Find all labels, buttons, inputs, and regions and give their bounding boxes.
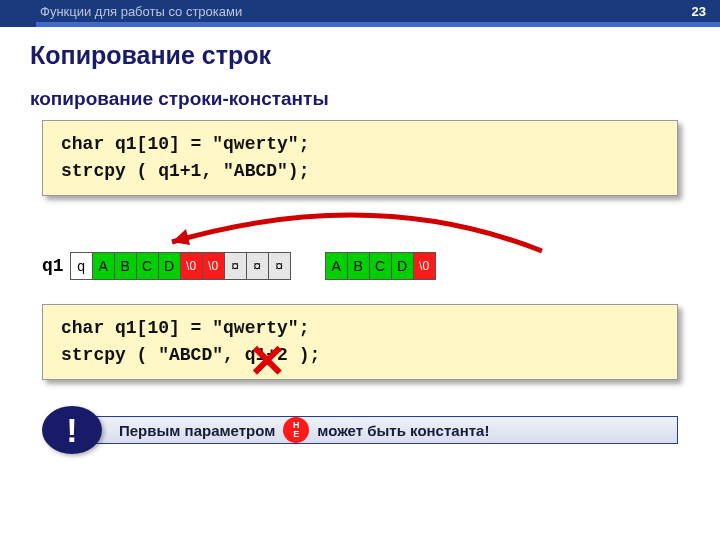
array-q1: qABCD\0\0¤¤¤ <box>70 252 291 280</box>
array-cell: q <box>70 253 92 279</box>
slide-title: Копирование строк <box>30 41 690 70</box>
alert-text-after: может быть константа! <box>317 422 489 439</box>
array-cell: \0 <box>202 253 224 279</box>
array-cell: ¤ <box>268 253 290 279</box>
array-cell: D <box>391 253 413 279</box>
array-cell: \0 <box>180 253 202 279</box>
array-src: ABCD\0 <box>325 252 436 280</box>
array-cell: \0 <box>413 253 435 279</box>
accent-stripe <box>0 22 720 27</box>
ne-badge: Н Е <box>283 417 309 443</box>
array-cell: A <box>325 253 347 279</box>
array-cell: B <box>114 253 136 279</box>
array-cell: B <box>347 253 369 279</box>
page-number: 23 <box>692 4 706 19</box>
exclamation-icon: ! <box>42 406 102 454</box>
svg-marker-0 <box>172 229 190 245</box>
code-block-2: char q1[10] = "qwerty"; strcpy ( "ABCD",… <box>42 304 678 380</box>
top-bar: Функции для работы со строками 23 <box>0 0 720 22</box>
alert-callout: Первым параметром Н Е может быть констан… <box>42 410 678 450</box>
array-cell: ¤ <box>224 253 246 279</box>
x-mark-icon: ✕ <box>248 338 287 384</box>
topbar-title: Функции для работы со строками <box>40 4 242 19</box>
alert-text-before: Первым параметром <box>119 422 275 439</box>
array-cell: D <box>158 253 180 279</box>
array-label: q1 <box>42 256 64 276</box>
array-diagram: q1 qABCD\0\0¤¤¤ ABCD\0 <box>42 196 690 304</box>
array-cell: ¤ <box>246 253 268 279</box>
array-cell: A <box>92 253 114 279</box>
slide-subtitle: копирование строки-константы <box>30 88 690 110</box>
array-cell: C <box>136 253 158 279</box>
code-block-1: char q1[10] = "qwerty"; strcpy ( q1+1, "… <box>42 120 678 196</box>
array-cell: C <box>369 253 391 279</box>
